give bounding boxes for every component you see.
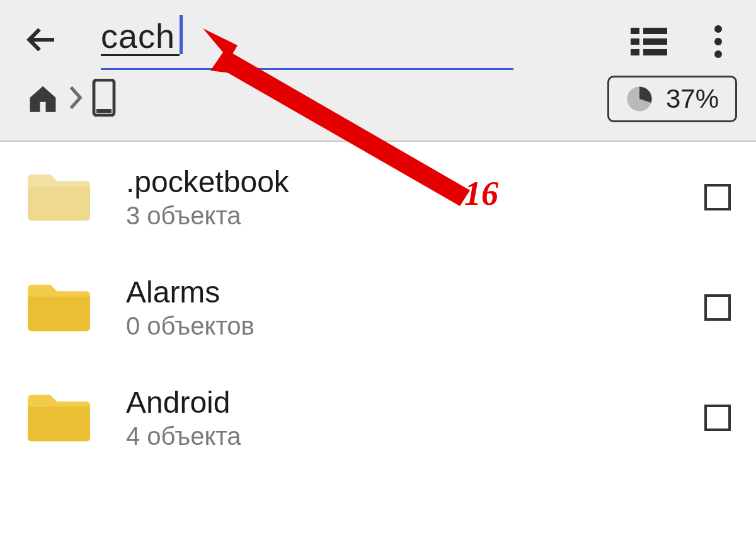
select-checkbox[interactable] <box>704 294 731 321</box>
storage-percent: 37% <box>666 84 719 114</box>
folder-name: Alarms <box>126 275 704 309</box>
select-checkbox[interactable] <box>704 405 731 431</box>
storage-badge[interactable]: 37% <box>607 76 737 122</box>
svg-rect-6 <box>643 49 667 55</box>
breadcrumb <box>25 79 117 119</box>
chevron-right-icon <box>67 84 84 112</box>
svg-rect-5 <box>631 49 639 55</box>
svg-point-9 <box>714 50 722 58</box>
svg-rect-3 <box>631 38 639 45</box>
svg-point-8 <box>714 38 722 45</box>
svg-point-7 <box>714 25 722 33</box>
list-item[interactable]: Alarms 0 объектов <box>0 252 756 362</box>
app-header: 37% <box>0 0 756 142</box>
folder-sub: 4 объекта <box>126 422 704 451</box>
breadcrumb-row: 37% <box>0 76 756 122</box>
folder-name: .pocketbook <box>126 164 704 199</box>
list-item[interactable]: .pocketbook 3 объекта <box>0 142 756 252</box>
list-view-icon <box>631 26 667 57</box>
svg-rect-4 <box>643 38 667 45</box>
more-options-button[interactable] <box>699 23 737 60</box>
input-text-underline <box>101 54 180 56</box>
breadcrumb-home[interactable] <box>25 82 60 116</box>
device-icon <box>91 79 117 117</box>
file-list: .pocketbook 3 объекта Alarms 0 объектов … <box>0 142 756 473</box>
pie-icon <box>626 85 653 113</box>
search-input[interactable] <box>101 16 513 70</box>
toolbar-actions <box>630 23 737 60</box>
back-icon <box>23 22 59 57</box>
list-item-text: .pocketbook 3 объекта <box>126 164 704 230</box>
list-item-text: Android 4 объекта <box>126 385 704 451</box>
folder-sub: 0 объектов <box>126 312 704 340</box>
back-button[interactable] <box>19 18 63 62</box>
list-item-text: Alarms 0 объектов <box>126 275 704 340</box>
svg-rect-2 <box>643 28 667 34</box>
folder-sub: 3 объекта <box>126 202 704 230</box>
more-vert-icon <box>714 25 723 59</box>
list-item[interactable]: Android 4 объекта <box>0 362 756 473</box>
folder-icon <box>25 391 91 444</box>
home-icon <box>25 82 60 113</box>
svg-rect-11 <box>96 109 112 113</box>
folder-icon <box>25 280 91 334</box>
search-input-wrap <box>101 16 611 70</box>
text-caret <box>180 15 183 54</box>
folder-icon <box>25 170 91 224</box>
breadcrumb-device[interactable] <box>91 79 117 119</box>
select-checkbox[interactable] <box>704 184 731 210</box>
folder-name: Android <box>126 385 704 420</box>
breadcrumb-separator <box>67 84 84 114</box>
view-toggle-button[interactable] <box>630 23 668 60</box>
svg-rect-1 <box>631 28 639 34</box>
search-bar <box>0 0 756 76</box>
